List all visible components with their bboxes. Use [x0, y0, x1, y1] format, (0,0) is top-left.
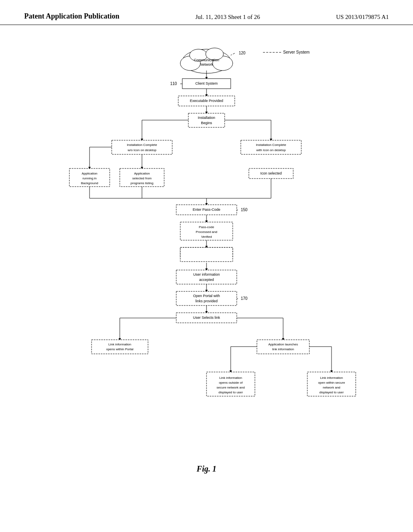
svg-text:Application: Application [134, 172, 150, 175]
provide-user-info-box2 [180, 247, 233, 262]
diagram-area: Server System Communication Network 120 … [0, 25, 413, 482]
svg-text:Installation Complete: Installation Complete [127, 143, 157, 147]
svg-text:opens outside of: opens outside of [219, 381, 243, 384]
user-info-accepted-box [176, 270, 237, 284]
svg-text:Processed and: Processed and [196, 230, 217, 234]
svg-text:Open Portal with: Open Portal with [193, 294, 220, 298]
install-with-icon-box [241, 140, 301, 154]
svg-text:links provided: links provided [195, 299, 217, 303]
svg-text:network and: network and [323, 386, 340, 389]
patent-title: Patent Application Publication [24, 12, 119, 21]
ref-110: 110 [170, 81, 177, 86]
sheet-info: Jul. 11, 2013 Sheet 1 of 26 [195, 12, 260, 21]
svg-text:secure network and: secure network and [217, 386, 245, 389]
svg-text:selected from: selected from [132, 177, 152, 180]
server-system-label: Server System [283, 50, 310, 54]
install-no-icon-box [112, 140, 172, 154]
svg-text:running in: running in [82, 177, 96, 180]
installation-begins-box [188, 113, 225, 127]
svg-text:User information: User information [193, 272, 220, 276]
page-header: Patent Application Publication Jul. 11, … [0, 0, 413, 25]
svg-text:link information: link information [272, 347, 294, 351]
comm-network-text2: Network [200, 62, 213, 66]
svg-text:displayed to user: displayed to user [219, 391, 243, 394]
svg-text:Verified: Verified [201, 235, 212, 239]
svg-text:Application launches: Application launches [268, 343, 298, 346]
svg-line-7 [231, 53, 235, 55]
svg-text:Icon selected: Icon selected [260, 171, 282, 175]
link-info-portal-box [92, 340, 148, 354]
open-portal-box [176, 291, 237, 305]
svg-text:with Icon on desktop: with Icon on desktop [256, 148, 286, 152]
figure-label: Fig. 1 [197, 464, 217, 474]
ref-150: 150 [241, 208, 248, 212]
svg-text:open within secure: open within secure [318, 381, 345, 384]
svg-text:w/o Icon on desktop: w/o Icon on desktop [127, 148, 156, 152]
svg-text:Installation Complete: Installation Complete [256, 143, 286, 147]
flowchart-svg: Server System Communication Network 120 … [33, 33, 380, 460]
patent-number: US 2013/0179875 A1 [336, 12, 389, 21]
svg-text:Link information: Link information [320, 376, 343, 380]
svg-text:Link information: Link information [108, 343, 131, 346]
svg-text:Enter Pass-Code: Enter Pass-Code [193, 208, 221, 212]
executable-provided-text: Executable Provided [190, 99, 223, 103]
svg-text:displayed to user: displayed to user [319, 391, 344, 394]
svg-text:Link information: Link information [219, 376, 242, 380]
app-launches-box [257, 340, 309, 354]
svg-text:accepted: accepted [199, 278, 214, 282]
svg-text:Begins: Begins [201, 121, 212, 125]
svg-text:Background: Background [81, 181, 98, 185]
svg-text:User Selects link: User Selects link [193, 316, 220, 320]
svg-text:Pass-code: Pass-code [199, 225, 214, 229]
svg-text:opens within Portal: opens within Portal [106, 347, 133, 351]
ref-120: 120 [239, 51, 246, 55]
comm-network-node: Communication Network [180, 48, 233, 73]
ref-170: 170 [241, 296, 248, 301]
svg-text:Installation: Installation [198, 116, 215, 120]
client-system-text: Client System [195, 81, 218, 85]
svg-text:programs listing: programs listing [131, 181, 153, 185]
comm-network-text: Communication [194, 58, 219, 62]
svg-text:Application: Application [81, 172, 97, 175]
